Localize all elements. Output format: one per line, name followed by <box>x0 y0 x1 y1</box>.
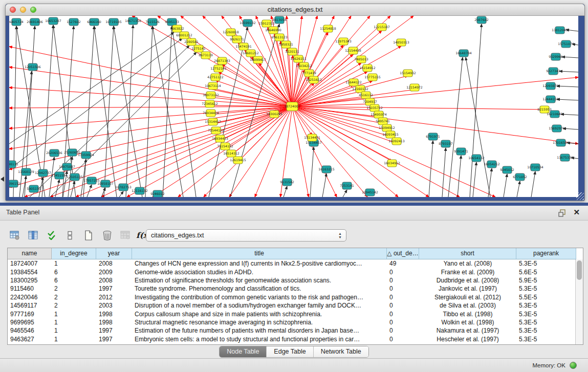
table-row[interactable]: 946554611997Estimation of the future num… <box>8 326 583 335</box>
cell-in_degree: 2 <box>52 301 96 310</box>
svg-text:3220131: 3220131 <box>285 50 299 53</box>
new-column-icon[interactable] <box>81 229 96 242</box>
splitter-collapse-icon[interactable] <box>1 177 4 182</box>
svg-text:11644122: 11644122 <box>345 80 362 84</box>
scrollbar-thumb[interactable] <box>577 260 582 280</box>
svg-text:36973132: 36973132 <box>203 93 219 97</box>
cell-out_degree: 0 <box>387 301 419 310</box>
svg-text:9245012: 9245012 <box>500 168 514 171</box>
svg-text:9246012: 9246012 <box>150 192 165 195</box>
cell-title: Changes of HCN gene expression and I(f) … <box>132 259 387 268</box>
column-header-year[interactable]: year <box>96 248 132 259</box>
svg-text:16646990: 16646990 <box>265 28 281 32</box>
memory-status-icon[interactable] <box>570 362 577 369</box>
cell-title: Disruption of a novel member of a sodium… <box>132 301 387 310</box>
svg-text:10710534: 10710534 <box>527 165 543 169</box>
column-header-out_degree[interactable]: △ out_de… <box>387 248 419 259</box>
tab-node-table[interactable]: Node Table <box>220 346 267 357</box>
delete-column-icon[interactable] <box>99 229 115 242</box>
table-row[interactable]: 911546021997Tourette syndrome. Phenomeno… <box>8 285 583 293</box>
table-row[interactable]: 977716911998Corpus callosum shape and si… <box>8 310 583 318</box>
svg-text:10654132: 10654132 <box>468 156 485 160</box>
cell-short: Tibbo et al. (1998) <box>419 310 516 318</box>
cell-in_degree: 1 <box>52 326 96 335</box>
cell-pagerank: 5.3E-5 <box>516 259 576 268</box>
cell-out_degree: 0 <box>387 335 419 343</box>
float-window-icon[interactable] <box>558 209 567 217</box>
svg-text:9227343: 9227343 <box>546 69 560 73</box>
delete-table-icon[interactable] <box>118 229 133 242</box>
svg-text:16514312: 16514312 <box>223 151 239 155</box>
svg-text:12942737: 12942737 <box>35 171 51 174</box>
unselect-all-icon[interactable] <box>62 229 78 242</box>
cell-short: de Silva et al. (2003) <box>419 301 516 310</box>
cell-in_degree: 2 <box>52 293 96 301</box>
cell-title: Investigating the contribution of common… <box>132 293 387 301</box>
svg-text:16934413: 16934413 <box>212 137 228 140</box>
table-mode-icon[interactable] <box>7 229 23 242</box>
cell-name: 22420046 <box>8 293 52 301</box>
cell-short: Franke et al. (2009) <box>419 268 516 276</box>
select-all-icon[interactable] <box>44 229 59 242</box>
table-tabs: Node TableEdge TableNetwork Table <box>219 346 368 358</box>
resize-grip-icon[interactable] <box>576 192 584 200</box>
table-row[interactable]: 1872400712008Changes of HCN gene express… <box>8 259 583 268</box>
show-columns-icon[interactable] <box>26 229 41 242</box>
svg-text:72544122: 72544122 <box>208 128 224 132</box>
column-header-short[interactable]: short <box>419 248 516 259</box>
network-canvas[interactable]: 6405724206914061065328715276026466160107… <box>9 16 578 197</box>
cell-name: 9115460 <box>8 285 52 293</box>
svg-text:11675332: 11675332 <box>557 156 573 159</box>
table-row[interactable]: 1830029562008Estimation of significance … <box>8 276 583 285</box>
svg-text:16210643: 16210643 <box>547 112 563 116</box>
cell-in_degree: 6 <box>52 276 96 285</box>
svg-text:16782753: 16782753 <box>115 185 132 189</box>
svg-text:9595133: 9595133 <box>165 20 179 24</box>
svg-text:10599132: 10599132 <box>239 21 256 25</box>
cell-title: Estimation of the future numbers of pati… <box>132 326 387 335</box>
tab-edge-table[interactable]: Edge Table <box>267 346 313 357</box>
cell-out_degree: 0 <box>387 326 419 335</box>
cell-pagerank: 5.3E-5 <box>516 285 576 293</box>
table-selector-dropdown[interactable]: citations_edges.txt ▲▼ <box>146 229 346 242</box>
panel-close-icon[interactable]: ✕ <box>573 208 580 217</box>
window-titlebar[interactable]: citations_edges.txt <box>6 4 584 16</box>
svg-text:17359924: 17359924 <box>78 153 94 157</box>
svg-text:15775155: 15775155 <box>364 75 381 79</box>
vertical-scrollbar[interactable] <box>575 259 583 344</box>
svg-text:1275141: 1275141 <box>191 47 206 50</box>
table-row[interactable]: 1456911722003Disruption of a novel membe… <box>8 301 583 310</box>
table-header: namein_degreeyeartitle△ out_de…shortpage… <box>8 248 583 259</box>
cell-year: 2008 <box>96 259 132 268</box>
table-row[interactable]: 946362711997Embryonic stem cells: a mode… <box>8 335 583 343</box>
dropdown-stepper-icon: ▲▼ <box>337 231 343 240</box>
table-row[interactable]: 2242004622012Investigating the contribut… <box>8 293 583 301</box>
cell-in_degree: 1 <box>52 310 96 318</box>
svg-text:10099417: 10099417 <box>250 58 266 61</box>
cell-short: Jankovic et al. (1997) <box>419 285 516 293</box>
svg-text:2087682: 2087682 <box>474 18 489 21</box>
cell-title: Genome-wide association studies in ADHD. <box>132 268 387 276</box>
svg-text:7204917: 7204917 <box>363 100 377 103</box>
svg-text:9598131: 9598131 <box>9 162 18 166</box>
column-header-pagerank[interactable]: pagerank <box>516 248 576 259</box>
table-row[interactable]: 1938455462009Genome-wide association stu… <box>8 268 583 276</box>
cell-in_degree: 1 <box>52 318 96 326</box>
column-header-in_degree[interactable]: in_degree <box>52 248 96 259</box>
svg-text:20206536: 20206536 <box>46 151 62 155</box>
cell-year: 1997 <box>96 285 132 293</box>
svg-text:4516112: 4516112 <box>359 93 373 97</box>
svg-text:16093415: 16093415 <box>382 133 399 136</box>
svg-text:6771052: 6771052 <box>513 175 527 179</box>
cell-pagerank: 5.6E-5 <box>516 268 576 276</box>
column-header-name[interactable]: name <box>8 248 52 259</box>
table-row[interactable]: 969969511998Structural magnetic resonanc… <box>8 318 583 326</box>
cell-out_degree: 0 <box>387 268 419 276</box>
column-header-title[interactable]: title <box>132 248 387 259</box>
tab-network-table[interactable]: Network Table <box>314 346 368 357</box>
cell-year: 1998 <box>96 310 132 318</box>
cell-name: 19384554 <box>8 268 52 276</box>
cell-name: 9463627 <box>8 335 52 343</box>
svg-text:42751122: 42751122 <box>207 75 224 79</box>
svg-text:15134457: 15134457 <box>306 141 322 144</box>
